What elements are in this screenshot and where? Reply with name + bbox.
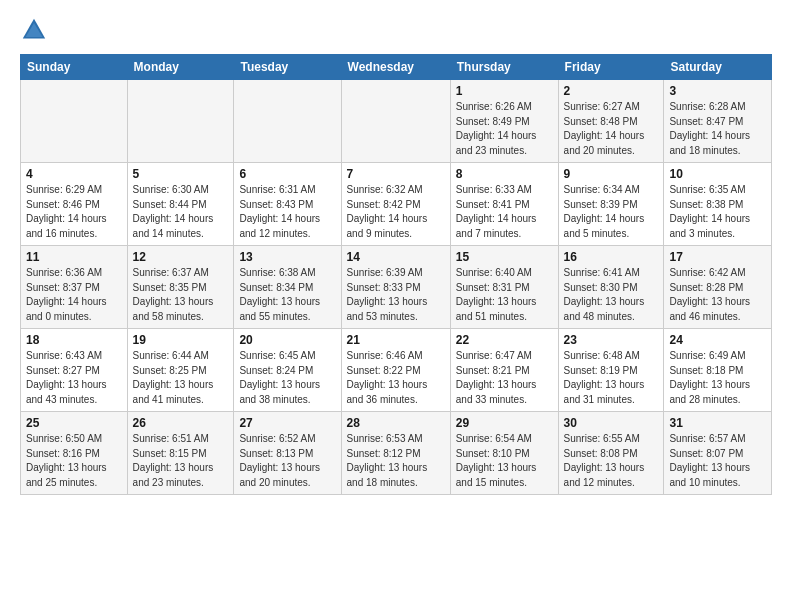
day-number: 5 xyxy=(133,167,229,181)
calendar-cell: 24Sunrise: 6:49 AMSunset: 8:18 PMDayligh… xyxy=(664,329,772,412)
day-number: 16 xyxy=(564,250,659,264)
day-info: Sunrise: 6:44 AMSunset: 8:25 PMDaylight:… xyxy=(133,349,229,407)
calendar-cell: 9Sunrise: 6:34 AMSunset: 8:39 PMDaylight… xyxy=(558,163,664,246)
day-number: 11 xyxy=(26,250,122,264)
calendar-cell xyxy=(21,80,128,163)
calendar-cell: 14Sunrise: 6:39 AMSunset: 8:33 PMDayligh… xyxy=(341,246,450,329)
day-info: Sunrise: 6:39 AMSunset: 8:33 PMDaylight:… xyxy=(347,266,445,324)
day-number: 21 xyxy=(347,333,445,347)
day-info: Sunrise: 6:41 AMSunset: 8:30 PMDaylight:… xyxy=(564,266,659,324)
calendar-cell: 22Sunrise: 6:47 AMSunset: 8:21 PMDayligh… xyxy=(450,329,558,412)
calendar-cell: 15Sunrise: 6:40 AMSunset: 8:31 PMDayligh… xyxy=(450,246,558,329)
day-number: 12 xyxy=(133,250,229,264)
day-info: Sunrise: 6:29 AMSunset: 8:46 PMDaylight:… xyxy=(26,183,122,241)
calendar-cell: 19Sunrise: 6:44 AMSunset: 8:25 PMDayligh… xyxy=(127,329,234,412)
day-number: 19 xyxy=(133,333,229,347)
day-number: 22 xyxy=(456,333,553,347)
day-info: Sunrise: 6:50 AMSunset: 8:16 PMDaylight:… xyxy=(26,432,122,490)
day-number: 28 xyxy=(347,416,445,430)
day-info: Sunrise: 6:30 AMSunset: 8:44 PMDaylight:… xyxy=(133,183,229,241)
day-info: Sunrise: 6:45 AMSunset: 8:24 PMDaylight:… xyxy=(239,349,335,407)
week-row-4: 18Sunrise: 6:43 AMSunset: 8:27 PMDayligh… xyxy=(21,329,772,412)
calendar-cell: 7Sunrise: 6:32 AMSunset: 8:42 PMDaylight… xyxy=(341,163,450,246)
day-info: Sunrise: 6:54 AMSunset: 8:10 PMDaylight:… xyxy=(456,432,553,490)
calendar-cell: 13Sunrise: 6:38 AMSunset: 8:34 PMDayligh… xyxy=(234,246,341,329)
day-number: 24 xyxy=(669,333,766,347)
day-number: 25 xyxy=(26,416,122,430)
day-info: Sunrise: 6:37 AMSunset: 8:35 PMDaylight:… xyxy=(133,266,229,324)
day-info: Sunrise: 6:48 AMSunset: 8:19 PMDaylight:… xyxy=(564,349,659,407)
day-number: 27 xyxy=(239,416,335,430)
header-day-monday: Monday xyxy=(127,55,234,80)
day-number: 4 xyxy=(26,167,122,181)
calendar-table: SundayMondayTuesdayWednesdayThursdayFrid… xyxy=(20,54,772,495)
day-number: 10 xyxy=(669,167,766,181)
day-info: Sunrise: 6:34 AMSunset: 8:39 PMDaylight:… xyxy=(564,183,659,241)
day-number: 17 xyxy=(669,250,766,264)
day-info: Sunrise: 6:43 AMSunset: 8:27 PMDaylight:… xyxy=(26,349,122,407)
day-info: Sunrise: 6:53 AMSunset: 8:12 PMDaylight:… xyxy=(347,432,445,490)
day-info: Sunrise: 6:31 AMSunset: 8:43 PMDaylight:… xyxy=(239,183,335,241)
calendar-cell: 17Sunrise: 6:42 AMSunset: 8:28 PMDayligh… xyxy=(664,246,772,329)
calendar-header: SundayMondayTuesdayWednesdayThursdayFrid… xyxy=(21,55,772,80)
day-info: Sunrise: 6:55 AMSunset: 8:08 PMDaylight:… xyxy=(564,432,659,490)
day-info: Sunrise: 6:42 AMSunset: 8:28 PMDaylight:… xyxy=(669,266,766,324)
day-number: 18 xyxy=(26,333,122,347)
day-info: Sunrise: 6:36 AMSunset: 8:37 PMDaylight:… xyxy=(26,266,122,324)
day-info: Sunrise: 6:52 AMSunset: 8:13 PMDaylight:… xyxy=(239,432,335,490)
logo xyxy=(20,16,52,44)
week-row-1: 1Sunrise: 6:26 AMSunset: 8:49 PMDaylight… xyxy=(21,80,772,163)
day-number: 14 xyxy=(347,250,445,264)
calendar-cell xyxy=(127,80,234,163)
calendar-body: 1Sunrise: 6:26 AMSunset: 8:49 PMDaylight… xyxy=(21,80,772,495)
day-info: Sunrise: 6:33 AMSunset: 8:41 PMDaylight:… xyxy=(456,183,553,241)
header-row: SundayMondayTuesdayWednesdayThursdayFrid… xyxy=(21,55,772,80)
day-number: 29 xyxy=(456,416,553,430)
day-info: Sunrise: 6:57 AMSunset: 8:07 PMDaylight:… xyxy=(669,432,766,490)
calendar-cell: 11Sunrise: 6:36 AMSunset: 8:37 PMDayligh… xyxy=(21,246,128,329)
day-info: Sunrise: 6:27 AMSunset: 8:48 PMDaylight:… xyxy=(564,100,659,158)
calendar-cell: 27Sunrise: 6:52 AMSunset: 8:13 PMDayligh… xyxy=(234,412,341,495)
calendar-cell xyxy=(341,80,450,163)
header-day-friday: Friday xyxy=(558,55,664,80)
calendar-cell: 26Sunrise: 6:51 AMSunset: 8:15 PMDayligh… xyxy=(127,412,234,495)
header-day-sunday: Sunday xyxy=(21,55,128,80)
day-number: 15 xyxy=(456,250,553,264)
day-info: Sunrise: 6:46 AMSunset: 8:22 PMDaylight:… xyxy=(347,349,445,407)
week-row-3: 11Sunrise: 6:36 AMSunset: 8:37 PMDayligh… xyxy=(21,246,772,329)
week-row-5: 25Sunrise: 6:50 AMSunset: 8:16 PMDayligh… xyxy=(21,412,772,495)
logo-icon xyxy=(20,16,48,44)
day-info: Sunrise: 6:38 AMSunset: 8:34 PMDaylight:… xyxy=(239,266,335,324)
header-day-wednesday: Wednesday xyxy=(341,55,450,80)
day-number: 8 xyxy=(456,167,553,181)
day-info: Sunrise: 6:32 AMSunset: 8:42 PMDaylight:… xyxy=(347,183,445,241)
day-info: Sunrise: 6:26 AMSunset: 8:49 PMDaylight:… xyxy=(456,100,553,158)
calendar-cell: 6Sunrise: 6:31 AMSunset: 8:43 PMDaylight… xyxy=(234,163,341,246)
day-number: 6 xyxy=(239,167,335,181)
day-number: 7 xyxy=(347,167,445,181)
day-info: Sunrise: 6:28 AMSunset: 8:47 PMDaylight:… xyxy=(669,100,766,158)
calendar-cell: 20Sunrise: 6:45 AMSunset: 8:24 PMDayligh… xyxy=(234,329,341,412)
calendar-cell: 25Sunrise: 6:50 AMSunset: 8:16 PMDayligh… xyxy=(21,412,128,495)
day-number: 20 xyxy=(239,333,335,347)
calendar-cell: 31Sunrise: 6:57 AMSunset: 8:07 PMDayligh… xyxy=(664,412,772,495)
day-number: 9 xyxy=(564,167,659,181)
day-info: Sunrise: 6:51 AMSunset: 8:15 PMDaylight:… xyxy=(133,432,229,490)
day-number: 3 xyxy=(669,84,766,98)
day-info: Sunrise: 6:49 AMSunset: 8:18 PMDaylight:… xyxy=(669,349,766,407)
header-day-saturday: Saturday xyxy=(664,55,772,80)
day-number: 23 xyxy=(564,333,659,347)
calendar-cell: 21Sunrise: 6:46 AMSunset: 8:22 PMDayligh… xyxy=(341,329,450,412)
calendar-cell: 5Sunrise: 6:30 AMSunset: 8:44 PMDaylight… xyxy=(127,163,234,246)
calendar-cell: 8Sunrise: 6:33 AMSunset: 8:41 PMDaylight… xyxy=(450,163,558,246)
week-row-2: 4Sunrise: 6:29 AMSunset: 8:46 PMDaylight… xyxy=(21,163,772,246)
day-number: 26 xyxy=(133,416,229,430)
calendar-cell: 12Sunrise: 6:37 AMSunset: 8:35 PMDayligh… xyxy=(127,246,234,329)
calendar-cell xyxy=(234,80,341,163)
day-number: 31 xyxy=(669,416,766,430)
day-info: Sunrise: 6:47 AMSunset: 8:21 PMDaylight:… xyxy=(456,349,553,407)
calendar-cell: 23Sunrise: 6:48 AMSunset: 8:19 PMDayligh… xyxy=(558,329,664,412)
calendar-cell: 28Sunrise: 6:53 AMSunset: 8:12 PMDayligh… xyxy=(341,412,450,495)
day-number: 2 xyxy=(564,84,659,98)
header-day-thursday: Thursday xyxy=(450,55,558,80)
